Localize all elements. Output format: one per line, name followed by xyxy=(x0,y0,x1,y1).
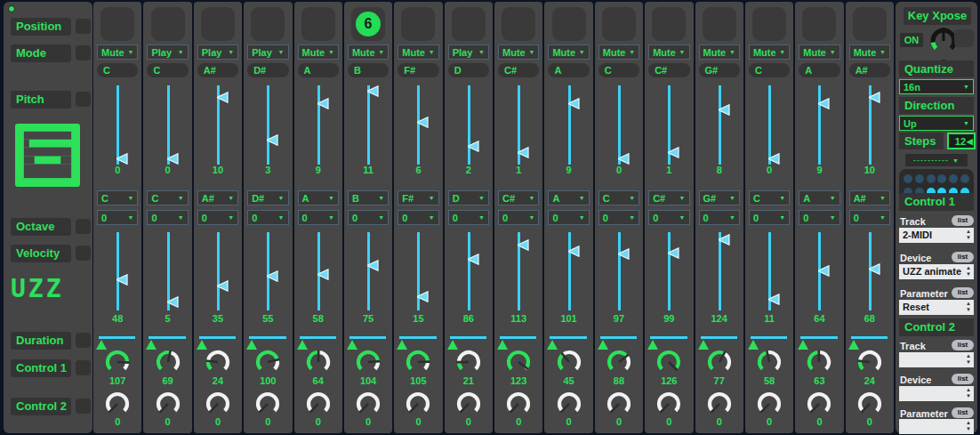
note-dropdown[interactable]: C ▼ xyxy=(598,190,639,205)
octave-dropdown[interactable]: 0 ▼ xyxy=(147,210,188,225)
note-display[interactable]: B xyxy=(348,63,389,77)
control2-knob[interactable] xyxy=(302,391,334,417)
control1-knob[interactable] xyxy=(202,349,234,377)
octave-dropdown[interactable]: 0 ▼ xyxy=(699,210,740,225)
velocity-slider[interactable] xyxy=(194,230,242,312)
step-dot-inactive[interactable] xyxy=(904,174,912,183)
note-dropdown[interactable]: A# ▼ xyxy=(849,190,890,205)
note-dropdown[interactable]: A ▼ xyxy=(298,190,339,205)
spinner-icon[interactable]: ▲▼ xyxy=(966,229,971,241)
steps-numberbox[interactable]: 12 ◀ xyxy=(947,133,976,149)
control1-parameter-field[interactable]: Reset ▲▼ xyxy=(899,300,974,315)
control1-knob[interactable] xyxy=(152,349,184,377)
mode-dropdown[interactable]: Mute ▼ xyxy=(699,44,740,60)
step-dot-inactive[interactable] xyxy=(927,174,936,183)
duration-slider[interactable] xyxy=(494,331,542,350)
pitch-row-button[interactable] xyxy=(76,92,91,107)
control2-knob[interactable] xyxy=(854,391,886,417)
note-display[interactable]: A# xyxy=(197,63,238,77)
note-dropdown[interactable]: C# ▼ xyxy=(648,190,689,205)
control1-knob[interactable] xyxy=(453,349,485,377)
step-button[interactable] xyxy=(301,7,335,41)
step-button[interactable] xyxy=(703,7,736,41)
note-dropdown[interactable]: C# ▼ xyxy=(498,190,539,205)
control2-knob[interactable] xyxy=(252,391,284,417)
control1-device-list-button[interactable]: list xyxy=(952,252,974,262)
octave-dropdown[interactable]: 0 ▼ xyxy=(348,210,389,225)
spinner-icon[interactable]: ▲▼ xyxy=(966,353,971,366)
control2-knob[interactable] xyxy=(101,391,133,417)
mode-dropdown[interactable]: Mute ▼ xyxy=(598,44,639,60)
note-display[interactable]: C xyxy=(97,63,138,77)
octave-dropdown[interactable]: 0 ▼ xyxy=(247,210,288,225)
octave-dropdown[interactable]: 0 ▼ xyxy=(749,210,790,225)
control1-knob[interactable] xyxy=(653,349,685,377)
step-button[interactable] xyxy=(251,7,285,41)
mode-dropdown[interactable]: Play ▼ xyxy=(247,44,288,60)
direction-dropdown[interactable]: Up ▼ xyxy=(899,116,974,131)
mode-dropdown[interactable]: Mute ▼ xyxy=(298,44,339,60)
note-dropdown[interactable]: B ▼ xyxy=(348,190,389,205)
step-button[interactable] xyxy=(502,7,535,41)
velocity-slider[interactable] xyxy=(595,230,643,312)
step-button[interactable] xyxy=(151,7,185,41)
velocity-slider[interactable] xyxy=(544,230,592,312)
spinner-icon[interactable]: ▲▼ xyxy=(966,301,971,313)
control2-track-field[interactable]: ▲▼ xyxy=(899,352,974,367)
mode-dropdown[interactable]: Mute ▼ xyxy=(799,44,839,60)
duration-slider[interactable] xyxy=(795,331,843,350)
velocity-slider[interactable] xyxy=(445,230,493,312)
note-dropdown[interactable]: A ▼ xyxy=(548,190,589,205)
mode-dropdown[interactable]: Mute ▼ xyxy=(648,44,689,60)
control1-knob[interactable] xyxy=(603,349,635,377)
note-display[interactable]: F# xyxy=(398,63,438,77)
octave-row-button[interactable] xyxy=(76,219,91,234)
note-dropdown[interactable]: F# ▼ xyxy=(398,190,438,205)
spinner-icon[interactable]: ▲▼ xyxy=(966,420,971,432)
control1-knob[interactable] xyxy=(252,349,284,377)
note-display[interactable]: A xyxy=(799,63,839,77)
note-display[interactable]: G# xyxy=(699,63,740,77)
mode-dropdown[interactable]: Mute ▼ xyxy=(498,44,539,60)
control2-device-list-button[interactable]: list xyxy=(952,374,974,384)
key-xpose-on-button[interactable]: ON xyxy=(900,33,923,47)
position-row-button[interactable] xyxy=(76,19,91,34)
step-button[interactable] xyxy=(853,7,887,41)
note-display[interactable]: C xyxy=(749,63,790,77)
pitch-slider[interactable] xyxy=(394,84,442,166)
mode-dropdown[interactable]: Mute ▼ xyxy=(849,44,890,60)
duration-slider[interactable] xyxy=(294,331,342,350)
note-dropdown[interactable]: G# ▼ xyxy=(699,190,740,205)
mode-dropdown[interactable]: Play ▼ xyxy=(147,44,188,60)
mode-dropdown[interactable]: Mute ▼ xyxy=(97,44,138,60)
velocity-slider[interactable] xyxy=(695,230,743,312)
duration-slider[interactable] xyxy=(846,331,894,350)
control2-knob[interactable] xyxy=(653,391,685,417)
duration-slider[interactable] xyxy=(544,331,592,350)
spinner-icon[interactable]: ▲▼ xyxy=(966,265,971,278)
control1-knob[interactable] xyxy=(803,349,835,377)
velocity-slider[interactable] xyxy=(294,230,342,312)
note-display[interactable]: A xyxy=(298,63,339,77)
duration-slider[interactable] xyxy=(394,331,442,350)
mode-row-button[interactable] xyxy=(76,45,91,60)
control2-parameter-list-button[interactable]: list xyxy=(952,407,974,418)
control1-knob[interactable] xyxy=(502,349,534,377)
note-display[interactable]: C xyxy=(598,63,639,77)
mode-dropdown[interactable]: Mute ▼ xyxy=(749,44,790,60)
note-dropdown[interactable]: C ▼ xyxy=(97,190,138,205)
octave-dropdown[interactable]: 0 ▼ xyxy=(799,210,839,225)
control1-knob[interactable] xyxy=(302,349,334,377)
duration-slider[interactable] xyxy=(445,331,493,350)
velocity-slider[interactable] xyxy=(93,230,141,312)
pitch-slider[interactable] xyxy=(244,84,292,166)
octave-dropdown[interactable]: 0 ▼ xyxy=(598,210,639,225)
control1-knob[interactable] xyxy=(402,349,434,377)
spinner-icon[interactable]: ▲▼ xyxy=(966,387,971,399)
step-button[interactable] xyxy=(802,7,836,41)
pitch-slider[interactable] xyxy=(93,84,141,166)
duration-slider[interactable] xyxy=(745,331,793,350)
mode-dropdown[interactable]: Play ▼ xyxy=(197,44,238,60)
step-button[interactable] xyxy=(201,7,235,41)
octave-dropdown[interactable]: 0 ▼ xyxy=(298,210,339,225)
